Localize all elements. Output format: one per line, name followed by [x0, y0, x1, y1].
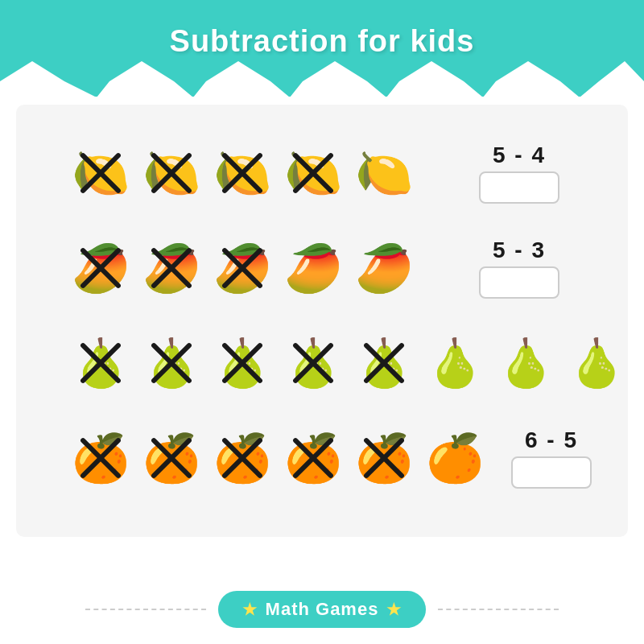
footer-badge-text: Math Games — [266, 599, 379, 620]
row-mangoes-equation-box: 5 - 3 — [471, 237, 568, 299]
fruit-emoji: 🍐 — [355, 340, 413, 386]
fruit-emoji: 🥭 — [72, 245, 130, 291]
fruit-item: 🍋 — [139, 141, 204, 205]
fruit-item: 🍐 — [139, 331, 204, 395]
row-lemons: 🍋🍋🍋🍋🍋5 - 4 — [68, 133, 568, 213]
fruit-emoji: 🍐 — [497, 340, 555, 386]
row-oranges: 🍊🍊🍊🍊🍊🍊6 - 5 — [68, 418, 568, 498]
fruit-emoji: 🥭 — [355, 245, 413, 291]
fruit-item: 🍋 — [352, 141, 416, 205]
fruit-emoji: 🍋 — [72, 150, 130, 196]
fruit-item: 🍐 — [210, 331, 275, 395]
fruit-item: 🥭 — [210, 236, 275, 300]
fruit-item: 🥭 — [281, 236, 345, 300]
footer: ★ Math Games ★ — [0, 591, 644, 628]
fruit-item: 🍊 — [352, 426, 416, 490]
fruit-item: 🍐 — [281, 331, 345, 395]
row-mangoes: 🥭🥭🥭🥭🥭5 - 3 — [68, 228, 568, 308]
fruit-emoji: 🍋 — [355, 150, 413, 196]
fruit-item: 🍐 — [423, 331, 487, 395]
footer-badge: ★ Math Games ★ — [218, 591, 427, 628]
row-mangoes-answer-box[interactable] — [479, 266, 559, 299]
row-lemons-equation-box: 5 - 4 — [471, 142, 568, 204]
fruit-emoji: 🍐 — [72, 340, 130, 386]
star-right-icon: ★ — [386, 600, 402, 619]
fruit-emoji: 🥭 — [213, 245, 271, 291]
fruit-item: 🍊 — [210, 426, 275, 490]
fruit-item: 🍊 — [139, 426, 204, 490]
row-lemons-equation-text: 5 - 4 — [493, 142, 546, 168]
fruit-emoji: 🍋 — [142, 150, 200, 196]
fruit-item: 🍐 — [564, 331, 629, 395]
fruit-emoji: 🍊 — [284, 435, 342, 481]
fruit-item: 🍋 — [281, 141, 345, 205]
row-pears: 🍐🍐🍐🍐🍐🍐🍐🍐8 - 5 — [68, 323, 568, 403]
fruit-emoji: 🍊 — [355, 435, 413, 481]
fruit-item: 🍊 — [68, 426, 133, 490]
fruit-emoji: 🍐 — [284, 340, 342, 386]
fruit-emoji: 🍊 — [142, 435, 200, 481]
fruit-emoji: 🍊 — [426, 435, 484, 481]
row-mangoes-fruits: 🥭🥭🥭🥭🥭 — [68, 236, 455, 300]
rows-container: 🍋🍋🍋🍋🍋5 - 4🥭🥭🥭🥭🥭5 - 3🍐🍐🍐🍐🍐🍐🍐🍐8 - 5🍊🍊🍊🍊🍊🍊6… — [36, 117, 608, 529]
fruit-item: 🍐 — [493, 331, 558, 395]
fruit-item: 🍊 — [423, 426, 487, 490]
fruit-emoji: 🍊 — [72, 435, 130, 481]
fruit-item: 🍊 — [281, 426, 345, 490]
fruit-emoji: 🍋 — [284, 150, 342, 196]
row-mangoes-equation-text: 5 - 3 — [493, 237, 546, 263]
fruit-emoji: 🍋 — [213, 150, 271, 196]
row-oranges-answer-box[interactable] — [511, 456, 592, 489]
footer-line-left — [85, 609, 206, 610]
fruit-item: 🍋 — [210, 141, 275, 205]
star-left-icon: ★ — [242, 600, 258, 619]
row-oranges-fruits: 🍊🍊🍊🍊🍊🍊 — [68, 426, 487, 490]
row-oranges-equation-box: 6 - 5 — [503, 427, 600, 489]
fruit-item: 🍐 — [68, 331, 133, 395]
content-area: 🍋🍋🍋🍋🍋5 - 4🥭🥭🥭🥭🥭5 - 3🍐🍐🍐🍐🍐🍐🍐🍐8 - 5🍊🍊🍊🍊🍊🍊6… — [16, 105, 628, 537]
footer-line-right — [438, 609, 559, 610]
fruit-emoji: 🥭 — [284, 245, 342, 291]
fruit-item: 🥭 — [68, 236, 133, 300]
header-wave: Subtraction for kids — [0, 0, 644, 97]
fruit-item: 🥭 — [139, 236, 204, 300]
row-lemons-fruits: 🍋🍋🍋🍋🍋 — [68, 141, 455, 205]
fruit-emoji: 🍐 — [426, 340, 484, 386]
page: Subtraction for kids 🍋🍋🍋🍋🍋5 - 4🥭🥭🥭🥭🥭5 - … — [0, 0, 644, 644]
fruit-item: 🍐 — [352, 331, 416, 395]
fruit-emoji: 🍐 — [213, 340, 271, 386]
fruit-emoji: 🍐 — [142, 340, 200, 386]
fruit-emoji: 🥭 — [142, 245, 200, 291]
fruit-emoji: 🍐 — [568, 340, 625, 386]
row-lemons-answer-box[interactable] — [479, 171, 559, 204]
row-pears-fruits: 🍐🍐🍐🍐🍐🍐🍐🍐 — [68, 331, 629, 395]
fruit-emoji: 🍊 — [213, 435, 271, 481]
fruit-item: 🍋 — [68, 141, 133, 205]
page-title: Subtraction for kids — [0, 0, 644, 59]
row-oranges-equation-text: 6 - 5 — [525, 427, 578, 453]
fruit-item: 🥭 — [352, 236, 416, 300]
